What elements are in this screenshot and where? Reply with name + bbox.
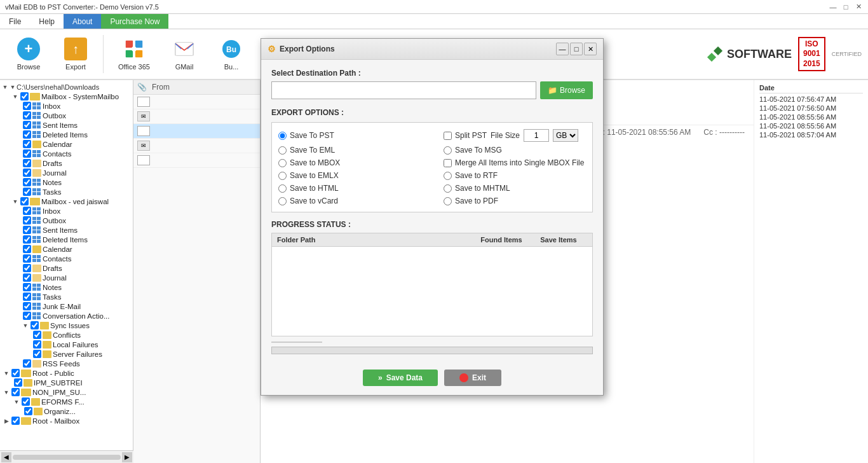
cb-contacts-ved[interactable] xyxy=(23,254,31,263)
message-list-item-5[interactable] xyxy=(133,153,260,168)
tree-item-conflicts[interactable]: Conflicts xyxy=(32,330,133,340)
tree-arrow-eforms[interactable]: ▼ xyxy=(13,398,20,406)
option-save-html[interactable]: Save to HTML xyxy=(278,184,339,193)
cb-inbox-ved[interactable] xyxy=(23,207,31,215)
cb-rss[interactable] xyxy=(23,359,31,368)
cb-outbox-ved[interactable] xyxy=(23,216,31,225)
message-list-item-4[interactable]: ✉ xyxy=(133,139,260,153)
cb-drafts-ved[interactable] xyxy=(23,264,31,272)
radio-pst[interactable] xyxy=(278,132,287,140)
dialog-minimize-button[interactable]: — xyxy=(556,43,569,55)
tree-mailbox-ved[interactable]: ▼ Mailbox - ved jaiswal xyxy=(0,197,133,206)
cb-sync-ved[interactable] xyxy=(31,321,39,329)
radio-mhtml[interactable] xyxy=(444,184,452,193)
radio-vcard[interactable] xyxy=(278,197,287,205)
tree-checkbox-system[interactable] xyxy=(20,92,29,100)
tree-item-outbox-ved[interactable]: Outbox xyxy=(22,216,133,225)
tree-item-eforms[interactable]: ▼ EFORMS F... xyxy=(13,397,133,406)
tree-mailbox-system[interactable]: ▼ Mailbox - SystemMailbo xyxy=(0,92,133,101)
menu-file[interactable]: File xyxy=(0,14,30,29)
cb-root-mailbox[interactable] xyxy=(11,417,20,425)
maximize-button[interactable]: □ xyxy=(841,3,850,11)
cb-journal-ved[interactable] xyxy=(23,273,31,282)
tree-item-rss[interactable]: RSS Feeds xyxy=(22,359,133,368)
menu-help[interactable]: Help xyxy=(30,14,64,29)
tree-arrow-root2[interactable]: ▼ xyxy=(9,83,17,91)
tree-item-tasks-ved[interactable]: Tasks xyxy=(22,292,133,301)
tree-item-deleted-sys[interactable]: Deleted Items xyxy=(22,130,133,139)
scroll-right-button[interactable]: ▶ xyxy=(122,452,132,462)
destination-path-input[interactable] xyxy=(271,81,536,99)
option-save-rtf[interactable]: Save to RTF xyxy=(444,171,498,180)
cb-root-public[interactable] xyxy=(11,369,20,377)
cb-sent-ved[interactable] xyxy=(23,226,31,234)
tree-arrow-root-public[interactable]: ▼ xyxy=(3,370,10,377)
gmail-button[interactable]: GMail xyxy=(162,32,207,76)
tree-arrow-root[interactable]: ▼ xyxy=(1,83,9,91)
merge-mbox-checkbox[interactable] xyxy=(444,159,452,167)
cb-calendar-ved[interactable] xyxy=(23,245,31,253)
tree-item-calendar-sys[interactable]: Calendar xyxy=(22,139,133,149)
tree-item-calendar-ved[interactable]: Calendar xyxy=(22,244,133,254)
cb-deleted-sys[interactable] xyxy=(23,130,31,139)
cb-tasks-ved[interactable] xyxy=(23,293,31,301)
cb-calendar-sys[interactable] xyxy=(23,140,31,148)
cb-drafts-sys[interactable] xyxy=(23,159,31,167)
tree-item-conversation-ved[interactable]: Conversation Actio... xyxy=(22,311,133,321)
cb-contacts-sys[interactable] xyxy=(23,149,31,158)
tree-checkbox-ved[interactable] xyxy=(20,197,29,205)
export-button[interactable]: Export xyxy=(53,32,98,76)
tree-item-sent-sys[interactable]: Sent Items xyxy=(22,120,133,130)
minimize-button[interactable]: — xyxy=(829,3,837,11)
tree-item-journal-sys[interactable]: Journal xyxy=(22,168,133,177)
message-list-item-1[interactable] xyxy=(133,95,260,109)
tree-non-ipm[interactable]: ▼ NON_IPM_SU... xyxy=(0,387,133,397)
radio-emlx[interactable] xyxy=(278,172,287,180)
horizontal-scrollbar[interactable] xyxy=(13,455,121,460)
exit-button[interactable]: Exit xyxy=(444,370,501,386)
cb-inbox-sys[interactable] xyxy=(23,102,31,110)
radio-html[interactable] xyxy=(278,184,287,193)
cb-ipm[interactable] xyxy=(14,378,22,387)
tree-item-inbox-sys[interactable]: Inbox xyxy=(22,101,133,111)
tree-root-public[interactable]: ▼ Root - Public xyxy=(0,368,133,378)
option-save-mhtml[interactable]: Save to MHTML xyxy=(444,184,510,193)
menu-about[interactable]: About xyxy=(64,14,101,29)
radio-rtf[interactable] xyxy=(444,172,452,180)
tree-item-notes-sys[interactable]: Notes xyxy=(22,177,133,187)
radio-msg[interactable] xyxy=(444,146,452,155)
message-list-item-3[interactable] xyxy=(133,124,260,139)
tree-arrow-ved[interactable]: ▼ xyxy=(11,198,19,205)
cb-notes-sys[interactable] xyxy=(23,178,31,186)
tree-item-local-failures[interactable]: Local Failures xyxy=(32,340,133,349)
tree-item-inbox-ved[interactable]: Inbox xyxy=(22,206,133,216)
scroll-left-button[interactable]: ◀ xyxy=(1,452,11,462)
tree-item-outbox-sys[interactable]: Outbox xyxy=(22,111,133,120)
cb-organiz[interactable] xyxy=(24,407,32,415)
option-save-mbox[interactable]: Save to MBOX xyxy=(278,158,340,167)
tree-item-notes-ved[interactable]: Notes xyxy=(22,282,133,292)
tree-item-organiz[interactable]: Organiz... xyxy=(23,406,133,416)
tree-item-journal-ved[interactable]: Journal xyxy=(22,273,133,282)
close-button[interactable]: ✕ xyxy=(854,3,863,11)
tree-root-mailbox[interactable]: ▶ Root - Mailbox xyxy=(0,416,133,425)
cb-tasks-sys[interactable] xyxy=(23,188,31,196)
tree-item-drafts-sys[interactable]: Drafts xyxy=(22,158,133,168)
tree-root-path[interactable]: ▼ ▼ C:\Users\nehal\Downloads xyxy=(0,83,133,92)
cb-sent-sys[interactable] xyxy=(23,121,31,129)
radio-eml[interactable] xyxy=(278,146,287,155)
option-save-msg[interactable]: Save To MSG xyxy=(444,146,502,155)
cb-junk-ved[interactable] xyxy=(23,302,31,310)
cb-local-failures[interactable] xyxy=(33,340,41,349)
tree-arrow-system[interactable]: ▼ xyxy=(11,93,19,100)
tree-item-tasks-sys[interactable]: Tasks xyxy=(22,187,133,197)
option-save-vcard[interactable]: Save to vCard xyxy=(278,197,338,205)
radio-pdf[interactable] xyxy=(444,197,452,205)
cb-non-ipm[interactable] xyxy=(11,388,20,396)
tree-arrow-root-mailbox[interactable]: ▶ xyxy=(3,417,10,425)
option-save-pdf[interactable]: Save to PDF xyxy=(444,197,498,205)
tree-arrow-sync[interactable]: ▼ xyxy=(22,322,29,329)
bu-button[interactable]: Bu Bu... xyxy=(209,32,254,76)
tree-item-deleted-ved[interactable]: Deleted Items xyxy=(22,235,133,244)
dialog-maximize-button[interactable]: □ xyxy=(570,43,583,55)
